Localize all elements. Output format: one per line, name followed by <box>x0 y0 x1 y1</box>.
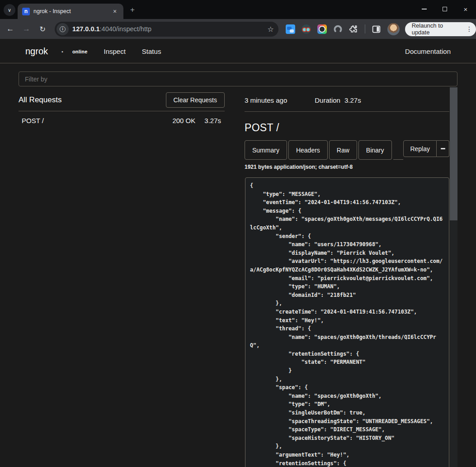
minimize-button[interactable] <box>414 0 434 18</box>
arc-extension-icon[interactable] <box>333 24 343 34</box>
json-body[interactable]: { "type": "MESSAGE", "eventTime": "2024-… <box>245 178 449 467</box>
side-panel-icon[interactable] <box>372 24 381 34</box>
tab-strip: ∨ n ngrok - Inspect × + × <box>0 0 476 19</box>
requests-panel: All Requests Clear Requests POST / 200 O… <box>19 89 225 130</box>
browser-menu-icon[interactable]: ⋮ <box>466 25 472 33</box>
replay-button-group: Replay <box>403 140 449 157</box>
url-path: :4040/inspect/http <box>100 25 151 33</box>
request-duration: 3.27s <box>204 117 221 124</box>
tabs-spacer <box>393 140 404 160</box>
url-text: 127.0.0.1:4040/inspect/http <box>72 25 268 33</box>
bookmark-star-icon[interactable]: ☆ <box>268 25 274 33</box>
detail-tabs: Summary Headers Raw Binary Replay <box>245 140 449 160</box>
clear-requests-button[interactable]: Clear Requests <box>166 92 225 108</box>
tunnel-status-badge: online <box>72 49 88 54</box>
toolbar-divider <box>365 24 365 33</box>
site-header: ngrok • online Inspect Status Documentat… <box>0 40 476 63</box>
chevron-down-icon: ∨ <box>8 7 11 13</box>
request-detail-panel: 3 minutes ago Duration 3.27s POST / Summ… <box>245 89 449 170</box>
filter-input[interactable] <box>19 71 457 86</box>
browser-window: ∨ n ngrok - Inspect × + × ← → ↻ i 127.0.… <box>0 0 476 467</box>
close-window-button[interactable]: × <box>455 0 476 18</box>
requests-panel-header: All Requests Clear Requests <box>19 89 225 111</box>
lens-extension-icon[interactable] <box>317 24 327 34</box>
minimize-icon <box>422 9 427 10</box>
back-button[interactable]: ← <box>4 22 17 36</box>
new-tab-button[interactable]: + <box>128 5 137 14</box>
duration-label: Duration <box>315 96 340 104</box>
url-host: 127.0.0.1 <box>72 25 99 33</box>
response-body-box: { "type": "MESSAGE", "eventTime": "2024-… <box>245 177 449 467</box>
reload-button[interactable]: ↻ <box>36 22 49 36</box>
tab-search-button[interactable]: ∨ <box>4 4 15 16</box>
ngrok-logo[interactable]: ngrok <box>25 46 48 57</box>
tab-summary[interactable]: Summary <box>245 140 287 160</box>
request-method-path: POST / <box>22 117 163 124</box>
documentation-link[interactable]: Documentation <box>405 48 451 55</box>
nav-inspect-link[interactable]: Inspect <box>104 48 125 55</box>
replay-button[interactable]: Replay <box>403 140 437 157</box>
tab-headers[interactable]: Headers <box>288 140 328 160</box>
browser-toolbar: ← → ↻ i 127.0.0.1:4040/inspect/http ☆ <box>0 19 476 39</box>
requests-panel-title: All Requests <box>19 95 61 105</box>
scrollbar-thumb[interactable] <box>450 87 457 220</box>
extensions-puzzle-icon[interactable] <box>349 24 358 34</box>
replay-menu-icon <box>441 148 445 149</box>
tab-close-icon[interactable]: × <box>111 7 119 15</box>
info-icon: i <box>60 26 66 32</box>
duration-value: 3.27s <box>344 96 361 104</box>
profile-avatar[interactable] <box>387 23 400 35</box>
plus-icon: + <box>130 5 135 14</box>
ngrok-inspect-page: ngrok • online Inspect Status Documentat… <box>0 39 476 467</box>
tab-binary[interactable]: Binary <box>358 140 392 160</box>
content-meta: 1921 bytes application/json; charset=utf… <box>245 164 449 170</box>
replay-options-button[interactable] <box>437 140 449 157</box>
goggles-extension-icon[interactable] <box>302 24 311 34</box>
request-meta-row: 3 minutes ago Duration 3.27s <box>245 89 449 112</box>
tab-raw[interactable]: Raw <box>329 140 357 160</box>
screenshot-extension-icon[interactable] <box>286 24 295 34</box>
relaunch-label: Relaunch to update <box>412 22 462 36</box>
site-info-button[interactable]: i <box>57 23 69 35</box>
ngrok-favicon-icon: n <box>22 8 30 15</box>
maximize-icon <box>443 7 447 11</box>
request-row[interactable]: POST / 200 OK 3.27s <box>19 111 225 130</box>
request-title: POST / <box>245 122 449 134</box>
request-time-ago: 3 minutes ago <box>245 96 287 104</box>
nav-status-link[interactable]: Status <box>142 48 161 55</box>
tab-title: ngrok - Inspect <box>33 8 107 14</box>
window-controls: × <box>414 0 476 18</box>
detail-scrollbar[interactable] <box>450 87 457 467</box>
address-bar[interactable]: i 127.0.0.1:4040/inspect/http ☆ <box>55 22 278 37</box>
maximize-button[interactable] <box>434 0 455 18</box>
forward-button[interactable]: → <box>20 22 33 36</box>
relaunch-to-update-button[interactable]: Relaunch to update ⋮ <box>405 22 476 36</box>
status-dot-icon: • <box>61 49 63 54</box>
extension-icons <box>286 24 358 34</box>
request-status: 200 OK <box>172 117 195 124</box>
browser-tab[interactable]: n ngrok - Inspect × <box>18 4 123 19</box>
